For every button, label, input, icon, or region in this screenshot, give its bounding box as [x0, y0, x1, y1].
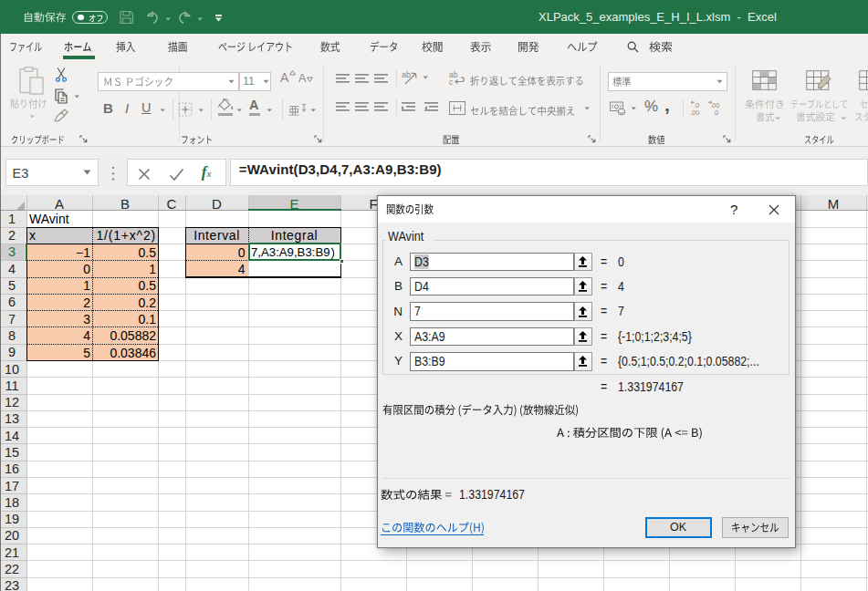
svg-text:ab: ab	[402, 70, 411, 79]
svg-text:.0: .0	[713, 109, 718, 116]
svg-text:.00: .00	[690, 109, 699, 116]
